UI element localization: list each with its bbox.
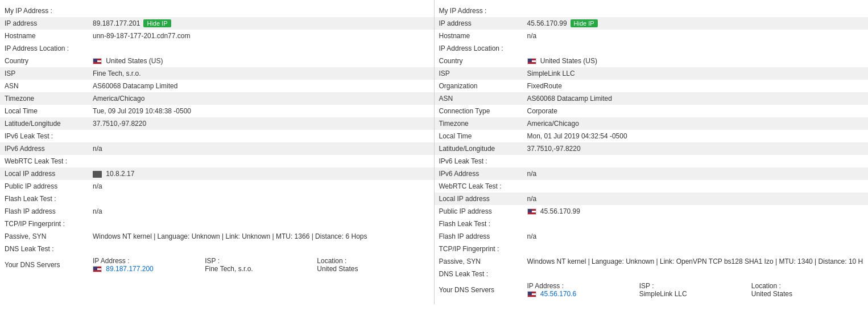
- right-ip-address-label: IP address: [439, 19, 527, 27]
- right-hostname-row: Hostname n/a: [435, 30, 869, 42]
- left-local-time-value: Tue, 09 Jul 2019 10:48:38 -0500: [93, 107, 429, 115]
- left-timezone-label: Timezone: [5, 95, 93, 103]
- left-panel: My IP Address : IP address 89.187.177.20…: [0, 0, 435, 304]
- left-ipv6-address-value: n/a: [93, 145, 429, 153]
- left-dns-header: DNS Leak Test :: [0, 243, 434, 255]
- right-local-time-row: Local Time Mon, 01 Jul 2019 04:32:54 -05…: [435, 130, 869, 142]
- right-isp-value: SimpleLink LLC: [527, 69, 864, 77]
- left-dns-ip-col-header: IP Address :: [93, 257, 205, 265]
- right-flash-ip-row: Flash IP address n/a: [435, 230, 869, 243]
- left-flash-ip-row: Flash IP address n/a: [0, 205, 434, 218]
- right-asn-label: ASN: [439, 95, 527, 103]
- left-passive-syn-value: Windows NT kernel | Language: Unknown | …: [93, 232, 429, 240]
- right-panel: My IP Address : IP address 45.56.170.99 …: [435, 0, 869, 304]
- right-passive-syn-label: Passive, SYN: [439, 257, 527, 265]
- left-monitor-icon: [93, 171, 102, 178]
- right-dns-ip-value: 45.56.170.6: [527, 290, 639, 298]
- right-dns-label: Your DNS Servers: [439, 286, 527, 294]
- right-public-ip-flag: [527, 208, 536, 215]
- left-dns-location-value: United States: [317, 265, 429, 273]
- right-country-row: Country United States (US): [435, 55, 869, 67]
- right-dns-flag: [527, 291, 536, 297]
- right-webrtc-header: WebRTC Leak Test :: [435, 180, 869, 193]
- left-lat-lon-row: Latitude/Longitude 37.7510,-97.8220: [0, 117, 434, 130]
- left-dns-value: IP Address : ISP : Location : 89.187.177…: [93, 257, 429, 273]
- left-webrtc-header: WebRTC Leak Test :: [0, 155, 434, 167]
- left-public-ip-row: Public IP address n/a: [0, 180, 434, 193]
- right-timezone-label: Timezone: [439, 120, 527, 128]
- right-local-time-value: Mon, 01 Jul 2019 04:32:54 -0500: [527, 132, 864, 140]
- right-ipv6-address-row: IPv6 Address n/a: [435, 167, 869, 180]
- left-ipv6-address-row: IPv6 Address n/a: [0, 142, 434, 155]
- left-passive-syn-row: Passive, SYN Windows NT kernel | Languag…: [0, 230, 434, 243]
- right-lat-lon-value: 37.7510,-97.8220: [527, 145, 864, 153]
- left-asn-value: AS60068 Datacamp Limited: [93, 82, 429, 90]
- right-timezone-row: Timezone America/Chicago: [435, 117, 869, 130]
- right-passive-syn-value: Windows NT kernel | Language: Unknown | …: [527, 257, 864, 265]
- left-timezone-value: America/Chicago: [93, 95, 429, 103]
- right-hostname-value: n/a: [527, 32, 864, 40]
- left-hide-ip-button[interactable]: Hide IP: [143, 19, 171, 27]
- right-public-ip-value: 45.56.170.99: [527, 207, 864, 215]
- left-ip-location-header: IP Address Location :: [0, 42, 434, 55]
- left-isp-row: ISP Fine Tech, s.r.o.: [0, 67, 434, 80]
- right-hostname-label: Hostname: [439, 32, 527, 40]
- left-flash-ip-value: n/a: [93, 207, 429, 215]
- left-country-flag: [93, 58, 102, 64]
- right-dns-value: IP Address : ISP : Location : 45.56.170.…: [527, 282, 864, 298]
- left-ip-address-label: IP address: [5, 19, 93, 27]
- left-lat-lon-label: Latitude/Longitude: [5, 120, 93, 128]
- left-country-label: Country: [5, 57, 93, 65]
- left-hostname-value: unn-89-187-177-201.cdn77.com: [93, 32, 429, 40]
- left-ipv6-address-label: IPv6 Address: [5, 145, 93, 153]
- right-dns-isp-col-header: ISP :: [639, 282, 751, 290]
- left-dns-isp-value: Fine Tech, s.r.o.: [205, 265, 317, 273]
- right-passive-syn-row: Passive, SYN Windows NT kernel | Languag…: [435, 255, 869, 268]
- left-country-row: Country United States (US): [0, 55, 434, 67]
- right-connection-type-row: Connection Type Corporate: [435, 105, 869, 117]
- right-ip-address-row: IP address 45.56.170.99 Hide IP: [435, 17, 869, 30]
- left-public-ip-label: Public IP address: [5, 182, 93, 190]
- right-dns-ip-link[interactable]: 45.56.170.6: [540, 290, 576, 298]
- left-local-time-row: Local Time Tue, 09 Jul 2019 10:48:38 -05…: [0, 105, 434, 117]
- left-tcpip-header: TCP/IP Fingerprint :: [0, 218, 434, 230]
- right-connection-type-value: Corporate: [527, 107, 864, 115]
- right-asn-row: ASN AS60068 Datacamp Limited: [435, 92, 869, 105]
- right-organization-label: Organization: [439, 82, 527, 90]
- right-flash-ip-value: n/a: [527, 232, 864, 240]
- left-my-ip-header: My IP Address :: [0, 5, 434, 17]
- left-country-value: United States (US): [93, 57, 429, 65]
- right-dns-header: DNS Leak Test :: [435, 268, 869, 280]
- left-lat-lon-value: 37.7510,-97.8220: [93, 120, 429, 128]
- right-dns-location-value: United States: [751, 290, 863, 298]
- right-connection-type-label: Connection Type: [439, 107, 527, 115]
- left-local-ip-label: Local IP address: [5, 170, 93, 178]
- right-flash-header: Flash Leak Test :: [435, 218, 869, 230]
- right-dns-sub-data: 45.56.170.6 SimpleLink LLC United States: [527, 290, 864, 298]
- right-ip-address-value: 45.56.170.99 Hide IP: [527, 19, 864, 27]
- left-local-time-label: Local Time: [5, 107, 93, 115]
- left-dns-label: Your DNS Servers: [5, 261, 93, 269]
- right-hide-ip-button[interactable]: Hide IP: [571, 19, 598, 27]
- left-local-ip-value: 10.8.2.17: [93, 170, 429, 178]
- right-my-ip-header: My IP Address :: [435, 5, 869, 17]
- left-timezone-row: Timezone America/Chicago: [0, 92, 434, 105]
- left-dns-ip-value: 89.187.177.200: [93, 265, 205, 273]
- left-passive-syn-label: Passive, SYN: [5, 232, 93, 240]
- right-isp-label: ISP: [439, 69, 527, 77]
- right-local-time-label: Local Time: [439, 132, 527, 140]
- left-local-ip-row: Local IP address 10.8.2.17: [0, 167, 434, 180]
- right-dns-row: Your DNS Servers IP Address : ISP : Loca…: [435, 280, 869, 300]
- right-flash-ip-label: Flash IP address: [439, 232, 527, 240]
- right-dns-ip-col-header: IP Address :: [527, 282, 639, 290]
- left-public-ip-value: n/a: [93, 182, 429, 190]
- left-dns-isp-col-header: ISP :: [205, 257, 317, 265]
- right-isp-row: ISP SimpleLink LLC: [435, 67, 869, 80]
- left-dns-ip-link[interactable]: 89.187.177.200: [106, 265, 153, 273]
- right-ipv6-header: IPv6 Leak Test :: [435, 155, 869, 167]
- left-dns-location-col-header: Location :: [317, 257, 429, 265]
- left-dns-sub-data: 89.187.177.200 Fine Tech, s.r.o. United …: [93, 265, 429, 273]
- left-isp-label: ISP: [5, 69, 93, 77]
- left-asn-row: ASN AS60068 Datacamp Limited: [0, 80, 434, 92]
- left-ip-address-row: IP address 89.187.177.201 Hide IP: [0, 17, 434, 30]
